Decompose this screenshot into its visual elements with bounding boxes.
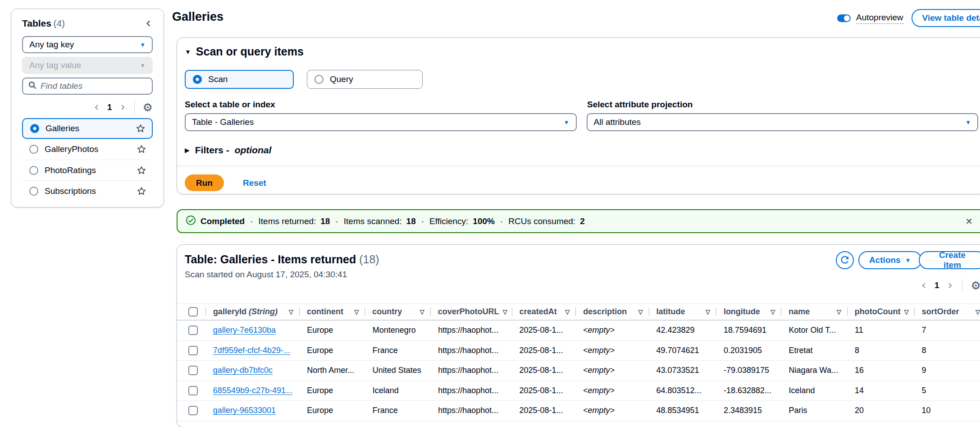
row-checkbox[interactable] [188, 326, 198, 335]
filter-icon[interactable]: ▽ [904, 308, 909, 315]
column-header-createdat[interactable]: createdAt▽ [512, 304, 575, 320]
cell-description: <empty> [575, 366, 648, 375]
scan-started-text: Scan started on August 17, 2025, 04:30:4… [177, 270, 980, 280]
column-label: name [789, 307, 810, 317]
sidebar-item-galleryphotos[interactable]: GalleryPhotos [22, 139, 153, 160]
autopreview-toggle[interactable] [837, 14, 851, 22]
prev-page-icon[interactable] [921, 282, 928, 289]
star-icon[interactable] [136, 124, 146, 133]
row-select-cell [177, 406, 205, 415]
column-header-coverphotourl[interactable]: coverPhotoURL▽ [430, 304, 512, 320]
cell-sortorder: 9 [914, 366, 980, 375]
radio-selected-icon[interactable] [193, 75, 202, 84]
close-icon[interactable]: ✕ [965, 216, 973, 227]
refresh-button[interactable] [836, 251, 854, 269]
sidebar-item-galleries[interactable]: Galleries [22, 118, 153, 139]
row-checkbox[interactable] [188, 366, 198, 375]
run-button[interactable]: Run [185, 174, 224, 191]
gallery-id-link[interactable]: gallery-96533001 [213, 406, 276, 415]
sidebar-item-subscriptions[interactable]: Subscriptions [22, 180, 153, 201]
gear-icon[interactable]: ⚙ [971, 280, 980, 291]
filters-section-header[interactable]: ▶ Filters - optional [185, 145, 978, 156]
filter-icon[interactable]: ▽ [975, 308, 980, 315]
filter-icon[interactable]: ▽ [638, 308, 643, 315]
select-all-checkbox-cell [177, 304, 205, 320]
find-tables-input[interactable] [41, 81, 151, 91]
tables-title: Tables [22, 18, 51, 28]
column-header-sortorder[interactable]: sortOrder▽ [914, 304, 980, 320]
tag-key-select[interactable]: Any tag key ▼ [22, 36, 153, 53]
radio-icon[interactable] [315, 75, 324, 84]
filter-icon[interactable]: ▽ [420, 308, 424, 315]
filter-icon[interactable]: ▽ [289, 308, 293, 315]
filter-icon[interactable]: ▽ [770, 308, 775, 315]
results-count: (18) [359, 253, 379, 266]
star-icon[interactable] [137, 186, 146, 196]
cell-name: Etretat [781, 346, 848, 355]
row-checkbox[interactable] [188, 346, 198, 355]
current-page[interactable]: 1 [934, 280, 939, 290]
next-page-icon[interactable] [946, 282, 953, 289]
table-row: gallery-96533001 Europe France https://h… [177, 401, 980, 421]
gallery-id-link[interactable]: gallery-db7bfc0c [213, 366, 273, 375]
column-header-galleryid[interactable]: galleryId(String) ▽ [205, 304, 299, 320]
filters-optional-label: optional [235, 145, 272, 156]
gallery-id-link[interactable]: 685549b9-c27b-491... [213, 386, 292, 395]
current-page[interactable]: 1 [107, 102, 112, 112]
reset-button[interactable]: Reset [243, 178, 266, 188]
column-header-country[interactable]: country▽ [365, 304, 430, 320]
column-label: galleryId [213, 307, 246, 316]
filter-icon[interactable]: ▽ [706, 308, 710, 315]
prev-page-icon[interactable] [93, 104, 100, 111]
column-header-description[interactable]: description▽ [575, 304, 648, 320]
dynamodb-explore-items-page: Tables (4) Any tag key ▼ Any tag value ▼ [0, 0, 980, 427]
find-tables-box [22, 78, 153, 95]
star-icon[interactable] [137, 144, 146, 154]
filter-icon[interactable]: ▽ [503, 308, 507, 315]
next-page-icon[interactable] [119, 104, 126, 111]
column-header-continent[interactable]: continent▽ [299, 304, 365, 320]
tag-value-select: Any tag value ▼ [22, 57, 153, 74]
gear-icon[interactable]: ⚙ [143, 102, 153, 113]
radio-icon[interactable] [29, 187, 38, 196]
gallery-id-link[interactable]: gallery-7e6130ba [213, 326, 276, 335]
filter-icon[interactable]: ▽ [565, 308, 570, 315]
autopreview-label: Autopreview [856, 13, 903, 24]
scan-query-section-header[interactable]: ▼ Scan or query items [185, 45, 978, 58]
metric-value: 100% [473, 216, 495, 226]
column-label: latitude [656, 307, 685, 317]
view-table-details-button[interactable]: View table details [912, 9, 980, 27]
cell-continent: Europe [299, 346, 365, 355]
radio-icon[interactable] [29, 166, 38, 175]
cell-latitude: 48.8534951 [649, 406, 716, 415]
filter-icon[interactable]: ▽ [837, 308, 841, 315]
filter-icon[interactable]: ▽ [354, 308, 359, 315]
column-header-latitude[interactable]: latitude▽ [649, 304, 716, 320]
gallery-id-link[interactable]: 7df959ef-cfcf-4b29-... [213, 346, 290, 355]
select-all-checkbox[interactable] [188, 307, 198, 317]
column-header-photocount[interactable]: photoCount▽ [847, 304, 914, 320]
radio-selected-icon[interactable] [30, 124, 39, 133]
cell-photocount: 8 [847, 346, 914, 355]
collapse-panel-icon[interactable] [145, 19, 153, 28]
create-item-button[interactable]: Create item [919, 251, 980, 269]
row-checkbox[interactable] [188, 386, 198, 395]
row-checkbox[interactable] [188, 406, 198, 415]
cell-name: Niagara Wa... [781, 366, 848, 375]
sidebar-item-photoratings[interactable]: PhotoRatings [22, 160, 153, 180]
query-mode-tile[interactable]: Query [307, 70, 423, 89]
scan-status-banner: Completed · Items returned: 18 · Items s… [177, 209, 980, 233]
table-index-select[interactable]: Table - Galleries ▼ [185, 113, 577, 131]
attribute-projection-select[interactable]: All attributes ▼ [587, 113, 979, 131]
scan-mode-tile[interactable]: Scan [185, 70, 294, 89]
column-header-name[interactable]: name▽ [781, 304, 847, 320]
scan-mode-label: Scan [208, 74, 228, 84]
chevron-down-icon: ▼ [965, 119, 971, 125]
tag-key-select-value: Any tag key [29, 40, 74, 50]
actions-button[interactable]: Actions ▼ [858, 251, 922, 269]
star-icon[interactable] [137, 165, 146, 175]
table-name: PhotoRatings [45, 165, 96, 175]
radio-icon[interactable] [29, 145, 38, 154]
header-controls: Autopreview View table details [837, 9, 980, 27]
column-header-longitude[interactable]: longitude▽ [716, 304, 781, 320]
